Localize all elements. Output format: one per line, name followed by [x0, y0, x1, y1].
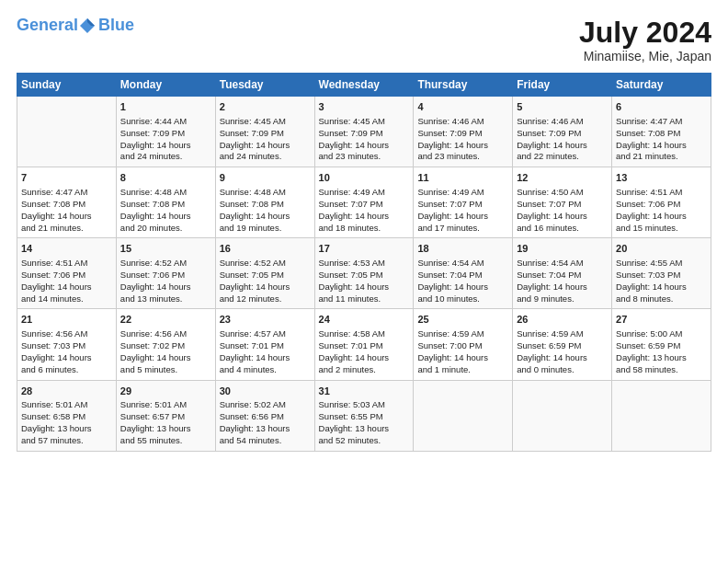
day-info: Daylight: 14 hours — [220, 352, 311, 364]
day-info: Sunrise: 4:45 AM — [220, 116, 311, 128]
day-number: 13 — [616, 171, 707, 185]
day-number: 5 — [517, 100, 608, 114]
day-info: and 2 minutes. — [319, 364, 410, 376]
day-number: 9 — [220, 171, 311, 185]
day-info: Sunset: 7:06 PM — [21, 270, 112, 282]
day-number: 30 — [220, 385, 311, 398]
day-info: Daylight: 14 hours — [517, 140, 608, 152]
day-info: Daylight: 14 hours — [120, 352, 211, 364]
calendar-cell: 2Sunrise: 4:45 AMSunset: 7:09 PMDaylight… — [215, 97, 314, 167]
day-info: Sunrise: 4:55 AM — [616, 258, 707, 270]
calendar-cell — [17, 97, 117, 167]
calendar-row: 1Sunrise: 4:44 AMSunset: 7:09 PMDaylight… — [17, 97, 711, 167]
day-info: Sunset: 7:00 PM — [417, 340, 508, 352]
day-info: Daylight: 14 hours — [21, 352, 112, 364]
day-info: Sunset: 7:09 PM — [517, 128, 608, 140]
day-info: Sunset: 6:56 PM — [220, 411, 311, 423]
day-info: and 12 minutes. — [220, 293, 311, 305]
day-info: Daylight: 14 hours — [120, 211, 211, 223]
day-info: and 4 minutes. — [220, 364, 311, 376]
day-info: Sunset: 7:03 PM — [616, 270, 707, 282]
day-info: Sunset: 7:05 PM — [319, 270, 410, 282]
calendar-cell: 29Sunrise: 5:01 AMSunset: 6:57 PMDayligh… — [116, 380, 215, 451]
day-info: Sunset: 7:06 PM — [120, 270, 211, 282]
day-info: Sunset: 7:08 PM — [21, 199, 112, 211]
day-info: Sunset: 6:59 PM — [616, 340, 707, 352]
header-row: SundayMondayTuesdayWednesdayThursdayFrid… — [17, 74, 711, 97]
day-number: 1 — [120, 100, 211, 114]
col-header-wednesday: Wednesday — [314, 74, 414, 97]
day-info: Sunset: 7:01 PM — [319, 340, 410, 352]
title-block: July 2024 Minamiise, Mie, Japan — [579, 17, 711, 63]
calendar-cell: 26Sunrise: 4:59 AMSunset: 6:59 PMDayligh… — [513, 309, 612, 380]
day-info: Daylight: 14 hours — [319, 352, 410, 364]
day-info: Sunrise: 4:53 AM — [319, 258, 410, 270]
day-info: Daylight: 13 hours — [319, 423, 410, 435]
day-info: Sunset: 6:59 PM — [517, 340, 608, 352]
col-header-saturday: Saturday — [612, 74, 711, 97]
day-info: Daylight: 14 hours — [616, 211, 707, 223]
day-number: 28 — [21, 385, 112, 398]
day-info: Sunset: 7:03 PM — [21, 340, 112, 352]
logo-general: General — [17, 16, 78, 34]
day-info: and 17 minutes. — [417, 223, 508, 235]
day-info: Sunrise: 4:50 AM — [517, 187, 608, 199]
day-info: and 24 minutes. — [220, 151, 311, 163]
calendar-row: 14Sunrise: 4:51 AMSunset: 7:06 PMDayligh… — [17, 238, 711, 309]
day-info: and 0 minutes. — [517, 364, 608, 376]
calendar-cell: 10Sunrise: 4:49 AMSunset: 7:07 PMDayligh… — [314, 167, 414, 238]
day-info: Sunset: 7:09 PM — [220, 128, 311, 140]
day-info: and 19 minutes. — [220, 223, 311, 235]
header: General Blue July 2024 Minamiise, Mie, J… — [17, 17, 711, 63]
day-info: Daylight: 14 hours — [319, 211, 410, 223]
calendar-cell: 3Sunrise: 4:45 AMSunset: 7:09 PMDaylight… — [314, 97, 414, 167]
day-info: Sunrise: 4:46 AM — [517, 116, 608, 128]
logo-content: General Blue — [17, 17, 134, 35]
day-number: 22 — [120, 313, 211, 327]
day-info: Sunrise: 4:56 AM — [21, 328, 112, 340]
day-info: Daylight: 14 hours — [21, 211, 112, 223]
calendar-page: General Blue July 2024 Minamiise, Mie, J… — [0, 0, 728, 563]
calendar-cell: 8Sunrise: 4:48 AMSunset: 7:08 PMDaylight… — [116, 167, 215, 238]
day-info: Daylight: 14 hours — [616, 140, 707, 152]
col-header-monday: Monday — [116, 74, 215, 97]
calendar-cell: 28Sunrise: 5:01 AMSunset: 6:58 PMDayligh… — [17, 380, 117, 451]
day-info: Sunrise: 5:02 AM — [220, 399, 311, 411]
col-header-sunday: Sunday — [17, 74, 117, 97]
day-info: Sunrise: 4:46 AM — [417, 116, 508, 128]
day-info: and 18 minutes. — [319, 223, 410, 235]
day-number: 26 — [517, 313, 608, 327]
day-number: 16 — [220, 242, 311, 256]
day-info: Daylight: 14 hours — [220, 211, 311, 223]
calendar-cell: 17Sunrise: 4:53 AMSunset: 7:05 PMDayligh… — [314, 238, 414, 309]
day-info: Daylight: 14 hours — [120, 140, 211, 152]
calendar-cell: 4Sunrise: 4:46 AMSunset: 7:09 PMDaylight… — [414, 97, 513, 167]
calendar-row: 21Sunrise: 4:56 AMSunset: 7:03 PMDayligh… — [17, 309, 711, 380]
day-info: Sunrise: 4:49 AM — [319, 187, 410, 199]
day-info: Sunset: 7:04 PM — [517, 270, 608, 282]
day-info: Sunrise: 4:54 AM — [517, 258, 608, 270]
day-info: Sunset: 7:04 PM — [417, 270, 508, 282]
day-info: Sunrise: 5:01 AM — [120, 399, 211, 411]
day-info: Sunset: 7:07 PM — [517, 199, 608, 211]
day-info: Sunrise: 4:47 AM — [616, 116, 707, 128]
day-number: 27 — [616, 313, 707, 327]
day-number: 8 — [120, 171, 211, 185]
day-info: and 11 minutes. — [319, 293, 410, 305]
day-info: Sunset: 6:58 PM — [21, 411, 112, 423]
day-info: Daylight: 14 hours — [417, 352, 508, 364]
day-info: Sunrise: 4:54 AM — [417, 258, 508, 270]
day-number: 6 — [616, 100, 707, 114]
day-info: and 14 minutes. — [21, 293, 112, 305]
logo-text: General — [17, 17, 97, 35]
calendar-cell: 13Sunrise: 4:51 AMSunset: 7:06 PMDayligh… — [612, 167, 711, 238]
day-info: Sunrise: 4:56 AM — [120, 328, 211, 340]
day-number: 20 — [616, 242, 707, 256]
col-header-tuesday: Tuesday — [215, 74, 314, 97]
day-info: and 21 minutes. — [616, 151, 707, 163]
day-number: 25 — [417, 313, 508, 327]
day-info: Sunset: 7:08 PM — [616, 128, 707, 140]
day-info: Sunrise: 5:00 AM — [616, 328, 707, 340]
day-info: Daylight: 14 hours — [319, 140, 410, 152]
day-info: Sunset: 7:08 PM — [220, 199, 311, 211]
